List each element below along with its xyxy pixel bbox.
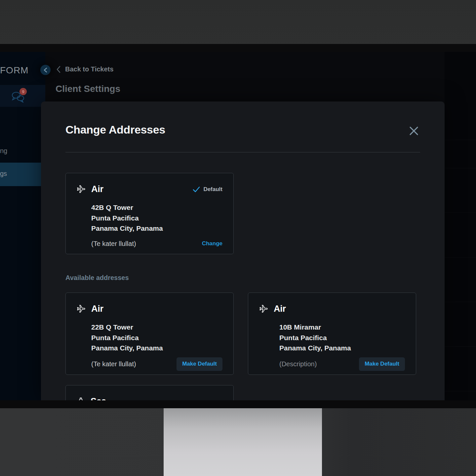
background-row-divider: [445, 346, 476, 347]
dimmed-background-rows: [445, 52, 476, 400]
notification-badge: 9: [20, 88, 27, 95]
make-default-button[interactable]: Make Default: [177, 357, 222, 371]
back-to-tickets-label: Back to Tickets: [65, 65, 113, 73]
address-type-label: Air: [91, 184, 103, 194]
address-line: 10B Miramar: [279, 322, 405, 333]
sidebar-item-label: gs: [0, 170, 7, 178]
monitor-bottom-bezel: [0, 400, 476, 408]
address-description: (Te kater llullat): [91, 360, 136, 368]
change-link[interactable]: Change: [202, 240, 222, 247]
collapse-sidebar-button[interactable]: [40, 65, 51, 75]
background-row-divider: [445, 391, 476, 391]
available-addresses-heading: Available addresses: [65, 274, 420, 282]
card-footer: (Te kater llullat) Make Default: [91, 357, 222, 371]
address-line: Punta Pacifica: [279, 333, 405, 343]
address-line: 22B Q Tower: [91, 322, 222, 333]
chevron-left-icon: [56, 66, 60, 73]
close-button[interactable]: [408, 125, 420, 137]
sidebar-item-settings-selected[interactable]: gs: [0, 163, 45, 186]
card-footer: (Te kater llullat) Change: [91, 240, 222, 248]
card-header: Air: [77, 304, 222, 314]
divider: [65, 152, 420, 152]
card-header: Air Default: [77, 184, 222, 194]
address-line: Panama City, Panama: [91, 343, 222, 353]
plane-icon: [77, 185, 86, 194]
address-line: Panama City, Panama: [91, 223, 222, 234]
address-type-label: Air: [91, 304, 103, 314]
card-footer: (Description) Make Default: [279, 357, 405, 371]
modal-title: Change Addresses: [65, 123, 165, 137]
address-type-label: Sea: [91, 396, 106, 400]
address-card: Air 10B Miramar Punta Pacifica Panama Ci…: [248, 293, 416, 375]
sidebar-item-partial[interactable]: ng: [0, 147, 7, 155]
make-default-button[interactable]: Make Default: [359, 357, 405, 371]
address-block: 10B Miramar Punta Pacifica Panama City, …: [279, 322, 405, 353]
desk-object: [164, 408, 322, 476]
address-block: 42B Q Tower Punta Pacifica Panama City, …: [91, 202, 222, 234]
address-line: Punta Pacifica: [91, 213, 222, 223]
modal-header: Change Addresses: [65, 101, 420, 137]
default-address-card: Air Default 42B Q Tower Punta Pacifica P…: [65, 173, 234, 254]
desk-surface: [0, 408, 476, 476]
background-row-divider: [445, 257, 476, 258]
address-block: 22B Q Tower Punta Pacifica Panama City, …: [91, 322, 222, 353]
app-logo-text: FORM: [0, 65, 28, 76]
address-line: Panama City, Panama: [279, 343, 405, 353]
close-icon: [409, 126, 419, 136]
address-line: 42B Q Tower: [91, 202, 222, 213]
app-screen: FORM 9 ng gs: [0, 52, 476, 400]
address-type-label: Air: [274, 304, 286, 314]
ship-icon: [77, 397, 85, 400]
default-badge-label: Default: [203, 186, 222, 193]
check-icon: [193, 186, 200, 193]
chevron-left-icon: [44, 67, 47, 73]
background-row-divider: [445, 168, 476, 168]
back-to-tickets-link[interactable]: Back to Tickets: [56, 65, 113, 73]
page-title: Client Settings: [56, 84, 120, 94]
address-card: Air 22B Q Tower Punta Pacifica Panama Ci…: [65, 293, 234, 375]
change-addresses-modal: Change Addresses Air: [41, 101, 445, 400]
monitor-top-bezel: [0, 0, 476, 44]
plane-icon: [77, 304, 86, 313]
background-row-divider: [445, 302, 476, 302]
default-badge: Default: [193, 186, 222, 193]
address-card-sea: Sea: [65, 385, 234, 400]
sidebar-item-chat[interactable]: 9: [0, 85, 45, 107]
address-line: Punta Pacifica: [91, 333, 222, 343]
background-row-divider: [445, 140, 476, 140]
address-description: (Description): [279, 360, 317, 368]
sidebar: FORM 9 ng gs: [0, 52, 45, 400]
card-header: Sea: [77, 396, 222, 400]
card-header: Air: [259, 304, 405, 314]
monitor-screenshot: FORM 9 ng gs: [0, 0, 476, 476]
available-addresses-row: Air 22B Q Tower Punta Pacifica Panama Ci…: [65, 293, 420, 375]
address-description: (Te kater llullat): [91, 240, 136, 248]
background-row-divider: [445, 213, 476, 213]
plane-icon: [259, 304, 268, 313]
